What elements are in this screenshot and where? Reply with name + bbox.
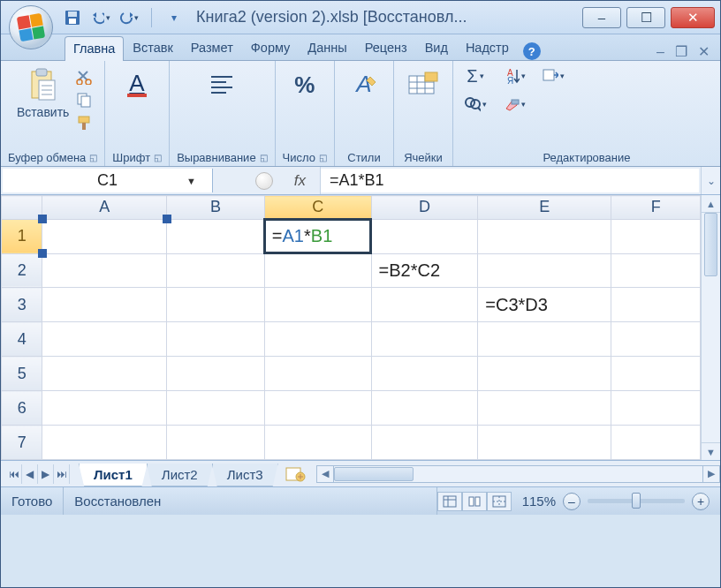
zoom-in-button[interactable]: + <box>692 493 710 510</box>
clipboard-dialog-icon[interactable]: ◱ <box>89 153 97 162</box>
number-dialog-icon[interactable]: ◱ <box>319 153 327 162</box>
cell-D4[interactable] <box>371 322 478 357</box>
paste-button[interactable]: Вставить <box>11 64 74 132</box>
row-head-1[interactable]: 1 <box>2 219 42 253</box>
fx-icon[interactable]: fx <box>294 172 306 190</box>
cell-E6[interactable] <box>478 391 611 426</box>
redo-icon[interactable]: ▾ <box>119 9 139 26</box>
ribbon-close-icon[interactable]: ✕ <box>698 43 710 60</box>
cell-B6[interactable] <box>167 391 265 426</box>
sheet-nav-next-icon[interactable]: ▶ <box>38 464 54 484</box>
fill-icon[interactable]: ▾ <box>542 66 565 86</box>
zoom-out-button[interactable]: – <box>563 493 581 510</box>
col-head-C[interactable]: C <box>264 196 371 220</box>
cell-B1[interactable] <box>167 219 265 253</box>
tab-home[interactable]: Главна <box>65 36 124 61</box>
cell-F1[interactable] <box>611 219 701 253</box>
zoom-percent[interactable]: 115% <box>522 494 556 509</box>
scroll-up-icon[interactable]: ▲ <box>702 195 720 213</box>
cell-A6[interactable] <box>42 391 167 426</box>
selection-handle[interactable] <box>163 215 171 223</box>
hscroll-right-icon[interactable]: ▶ <box>702 465 720 483</box>
autosum-icon[interactable]: Σ▾ <box>464 66 487 86</box>
col-head-A[interactable]: A <box>42 196 167 220</box>
cell-E2[interactable] <box>478 253 611 288</box>
help-icon[interactable]: ? <box>523 42 541 60</box>
name-box[interactable]: C1 ▼ <box>3 169 213 192</box>
cells-group-button[interactable] <box>401 64 445 105</box>
cell-A3[interactable] <box>42 288 167 322</box>
cell-D3[interactable] <box>371 288 478 322</box>
cell-F6[interactable] <box>611 391 701 426</box>
font-dialog-icon[interactable]: ◱ <box>154 153 162 162</box>
cell-A7[interactable] <box>42 426 167 460</box>
find-icon[interactable]: ▾ <box>464 94 487 114</box>
cell-C5[interactable] <box>264 357 371 391</box>
ribbon-restore-icon[interactable]: ❐ <box>675 43 687 60</box>
ribbon-minimize-icon[interactable]: – <box>656 44 664 60</box>
formula-expand-icon[interactable]: ⌄ <box>701 167 720 194</box>
row-head-5[interactable]: 5 <box>2 357 42 391</box>
cell-C6[interactable] <box>264 391 371 426</box>
cell-E3[interactable]: =C3*D3 <box>478 288 611 322</box>
cell-F4[interactable] <box>611 322 701 357</box>
save-icon[interactable] <box>63 9 82 26</box>
cell-C2[interactable] <box>264 253 371 288</box>
cell-E7[interactable] <box>478 426 611 460</box>
row-head-4[interactable]: 4 <box>2 322 42 357</box>
tab-insert[interactable]: Вставк <box>124 35 182 60</box>
cell-C3[interactable] <box>264 288 371 322</box>
formula-input[interactable]: =A1*B1 <box>321 169 699 192</box>
cell-B5[interactable] <box>167 357 265 391</box>
undo-icon[interactable]: ▾ <box>91 9 110 26</box>
zoom-slider-thumb[interactable] <box>632 493 641 509</box>
col-head-E[interactable]: E <box>478 196 611 220</box>
number-group-button[interactable]: % <box>283 64 327 105</box>
hscroll-left-icon[interactable]: ◀ <box>316 465 334 483</box>
cell-A4[interactable] <box>42 322 167 357</box>
zoom-slider[interactable] <box>588 499 685 503</box>
view-page-break-icon[interactable] <box>487 492 512 511</box>
view-page-layout-icon[interactable] <box>462 492 487 511</box>
row-head-7[interactable]: 7 <box>2 426 42 460</box>
cell-D6[interactable] <box>371 391 478 426</box>
spreadsheet-grid[interactable]: ABCDEF1=A1*B12=B2*C23=C3*D34567 ▲ ▼ <box>1 195 720 460</box>
cell-F3[interactable] <box>611 288 701 322</box>
alignment-dialog-icon[interactable]: ◱ <box>260 153 268 162</box>
cell-F7[interactable] <box>611 426 701 460</box>
cell-D2[interactable]: =B2*C2 <box>371 253 478 288</box>
scroll-down-icon[interactable]: ▼ <box>702 442 720 460</box>
cell-B7[interactable] <box>167 426 265 460</box>
selection-handle[interactable] <box>38 215 47 223</box>
tab-formulas[interactable]: Форму <box>242 35 300 60</box>
selection-handle[interactable] <box>38 249 47 258</box>
tab-data[interactable]: Данны <box>299 35 355 60</box>
cell-B2[interactable] <box>167 253 265 288</box>
font-group-button[interactable]: A <box>115 64 159 105</box>
view-normal-icon[interactable] <box>437 492 462 511</box>
cell-A5[interactable] <box>42 357 167 391</box>
cell-D5[interactable] <box>371 357 478 391</box>
cell-D1[interactable] <box>371 219 478 253</box>
cell-E1[interactable] <box>478 219 611 253</box>
vscroll-thumb[interactable] <box>704 213 717 276</box>
vertical-scrollbar[interactable]: ▲ ▼ <box>701 195 720 460</box>
col-head-D[interactable]: D <box>371 196 478 220</box>
cut-icon[interactable] <box>74 68 94 86</box>
cell-C7[interactable] <box>264 426 371 460</box>
sheet-tab-3[interactable]: Лист3 <box>212 464 278 486</box>
sheet-nav-last-icon[interactable]: ⏭ <box>54 464 70 484</box>
sort-filter-icon[interactable]: AЯ▾ <box>503 66 526 86</box>
cell-B4[interactable] <box>167 322 265 357</box>
sheet-nav-first-icon[interactable]: ⏮ <box>6 464 22 484</box>
cell-A2[interactable] <box>42 253 167 288</box>
format-painter-icon[interactable] <box>74 114 94 132</box>
tab-layout[interactable]: Размет <box>182 35 242 60</box>
qat-customize-icon[interactable]: ▾ <box>164 9 184 26</box>
select-all-corner[interactable] <box>2 196 42 220</box>
sheet-tab-1[interactable]: Лист1 <box>79 464 148 486</box>
tab-addins[interactable]: Надстр <box>457 35 518 60</box>
maximize-button[interactable]: ☐ <box>626 7 665 28</box>
clear-icon[interactable]: ▾ <box>503 94 526 114</box>
cell-D7[interactable] <box>371 426 478 460</box>
